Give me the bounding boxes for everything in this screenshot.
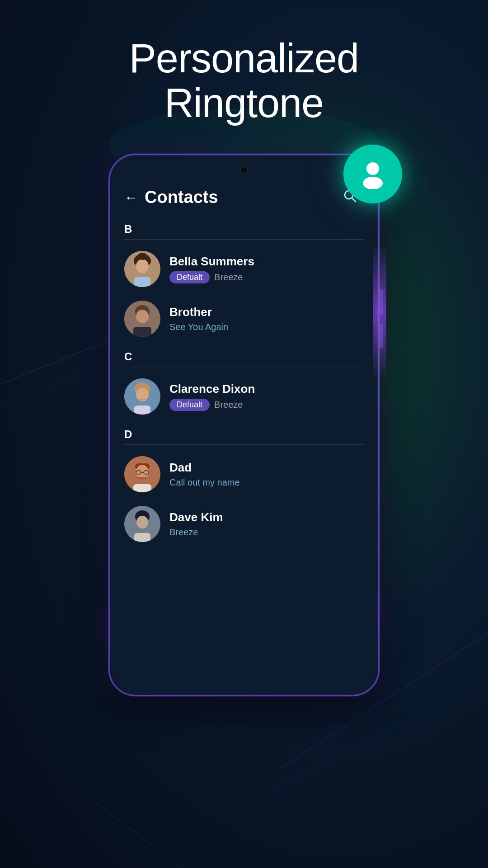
contact-info-clarence: Clarence Dixon Defualt Breeze	[169, 382, 364, 411]
contact-name-bella: Bella Summers	[169, 255, 364, 269]
phone-frame: ← Contacts B	[108, 154, 380, 696]
avatar-dave	[124, 506, 160, 542]
section-divider-d	[124, 444, 364, 445]
volume-buttons	[380, 289, 383, 348]
contacts-list[interactable]: B	[111, 216, 377, 694]
svg-line-4	[23, 746, 181, 868]
svg-rect-33	[134, 533, 150, 542]
profile-icon	[359, 160, 386, 189]
camera-notch	[240, 166, 248, 174]
phone-container: ← Contacts B	[108, 154, 380, 696]
svg-point-6	[366, 162, 379, 175]
contact-name-dad: Dad	[169, 461, 364, 475]
contact-item-dave[interactable]: Dave Kim Breeze	[120, 499, 368, 549]
svg-rect-14	[134, 277, 150, 287]
page-title-line2: Ringtone	[0, 81, 488, 126]
tag-ringtone-clarence: Breeze	[214, 400, 243, 410]
svg-rect-29	[133, 484, 151, 492]
contact-info-bella: Bella Summers Defualt Breeze	[169, 255, 364, 283]
svg-point-7	[363, 177, 383, 189]
contact-item-clarence[interactable]: Clarence Dixon Defualt Breeze	[120, 372, 368, 421]
contact-item-brother[interactable]: Brother See You Again	[120, 294, 368, 344]
section-letter-b: B	[120, 216, 368, 239]
svg-point-17	[136, 310, 149, 323]
contact-info-dad: Dad Call out my name	[169, 461, 364, 488]
section-divider-b	[124, 239, 364, 240]
contact-name-brother: Brother	[169, 305, 364, 319]
volume-down-button	[380, 323, 383, 348]
section-divider-c	[124, 367, 364, 367]
contact-item-bella[interactable]: Bella Summers Defualt Breeze	[120, 244, 368, 294]
avatar-dad	[124, 456, 160, 492]
back-button[interactable]: ←	[124, 190, 138, 205]
tag-default-bella: Defualt	[169, 271, 210, 283]
avatar-brother	[124, 301, 160, 337]
contact-tags-clarence: Defualt Breeze	[169, 399, 364, 411]
section-letter-c: C	[120, 344, 368, 367]
contact-tags-bella: Defualt Breeze	[169, 271, 364, 283]
contact-name-dave: Dave Kim	[169, 510, 364, 524]
contact-item-dad[interactable]: Dad Call out my name	[120, 449, 368, 499]
svg-point-13	[138, 253, 147, 260]
svg-point-12	[136, 259, 149, 274]
svg-rect-22	[134, 406, 150, 415]
contact-info-brother: Brother See You Again	[169, 305, 364, 332]
floating-profile-badge	[343, 145, 402, 203]
contacts-title: Contacts	[145, 188, 343, 207]
contact-name-clarence: Clarence Dixon	[169, 382, 364, 396]
page-header: Personalized Ringtone	[0, 36, 488, 126]
volume-up-button	[380, 289, 383, 314]
svg-line-9	[352, 198, 356, 202]
avatar-clarence	[124, 378, 160, 415]
phone-screen: ← Contacts B	[111, 156, 377, 694]
header-bar: ← Contacts	[111, 156, 377, 216]
section-letter-d: D	[120, 421, 368, 444]
svg-point-25	[136, 465, 149, 479]
contact-ringtone-brother: See You Again	[169, 322, 364, 332]
contact-info-dave: Dave Kim Breeze	[169, 510, 364, 538]
svg-rect-18	[133, 327, 151, 337]
page-title-line1: Personalized	[0, 36, 488, 81]
tag-default-clarence: Defualt	[169, 399, 210, 411]
contact-ringtone-dad: Call out my name	[169, 477, 364, 488]
contact-ringtone-dave: Breeze	[169, 527, 364, 538]
app-content: ← Contacts B	[111, 156, 377, 694]
svg-point-32	[136, 516, 148, 528]
avatar-bella	[124, 251, 160, 287]
tag-ringtone-bella: Breeze	[214, 272, 243, 283]
